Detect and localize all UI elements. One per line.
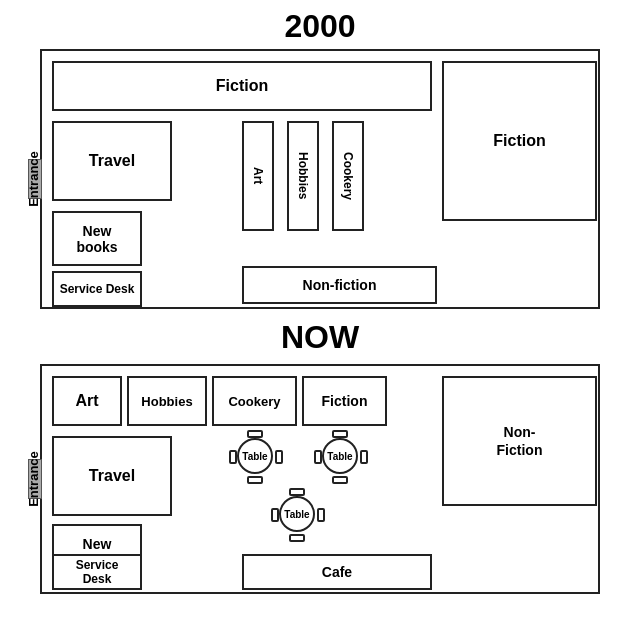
table-group-1: Table [237,438,273,474]
service-desk-now: ServiceDesk [52,554,142,590]
table-group-2: Table [322,438,358,474]
shelf-hobbies-label: Hobbies [296,152,310,199]
hobbies-now: Hobbies [127,376,207,426]
now-title: NOW [281,319,359,356]
non-fiction-now: Non-Fiction [442,376,597,506]
non-fiction-2000: Non-fiction [242,266,437,304]
travel-now: Travel [52,436,172,516]
floorplan-2000: Entrance Fiction Fiction Travel Art Hobb… [40,49,600,309]
shelf-cookery-2000: Cookery [332,121,364,231]
art-now: Art [52,376,122,426]
entrance-label-now: Entrance [26,451,41,507]
shelf-art-2000: Art [242,121,274,231]
fiction-now: Fiction [302,376,387,426]
cafe-now: Cafe [242,554,432,590]
new-books-2000: Newbooks [52,211,142,266]
year-title: 2000 [284,8,355,45]
shelf-cookery-label: Cookery [341,152,355,200]
fiction-right: Fiction [442,61,597,221]
cookery-now: Cookery [212,376,297,426]
shelf-art-label: Art [251,167,265,184]
table-group-3: Table [279,496,315,532]
floorplan-now: Entrance Art Hobbies Cookery Fiction Non… [40,364,600,594]
service-desk-2000: Service Desk [52,271,142,307]
entrance-label-2000: Entrance [26,151,41,207]
shelf-hobbies-2000: Hobbies [287,121,319,231]
travel-2000: Travel [52,121,172,201]
fiction-top: Fiction [52,61,432,111]
